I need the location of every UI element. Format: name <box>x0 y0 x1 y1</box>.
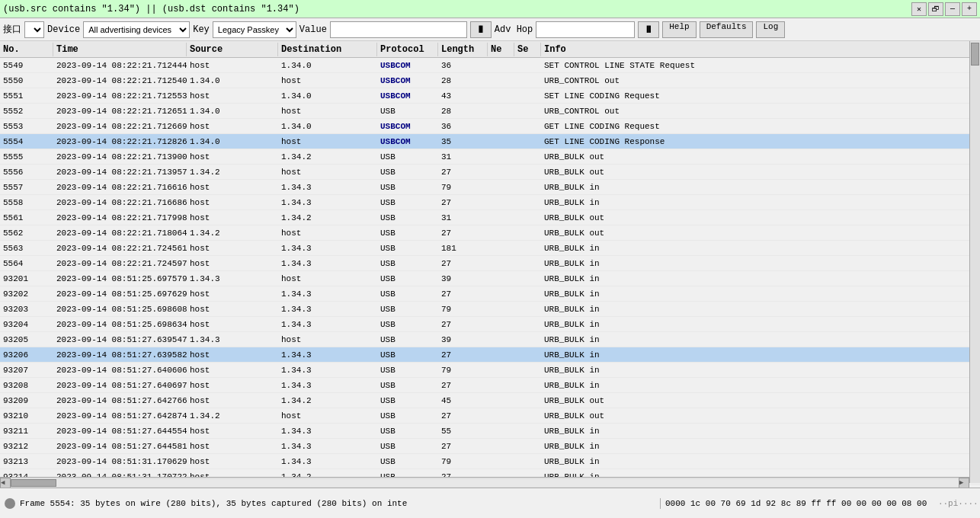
cell-ne <box>488 324 514 325</box>
packet-row[interactable]: 93209 2023-09-14 08:51:27.642766 host 1.… <box>0 393 980 408</box>
defaults-button[interactable]: Defaults <box>700 21 754 38</box>
cell-info: URB_BULK in <box>541 426 980 436</box>
packet-row[interactable]: 5563 2023-09-14 08:22:21.724561 host 1.3… <box>0 241 980 256</box>
packet-row[interactable]: 5553 2023-09-14 08:22:21.712669 host 1.3… <box>0 119 980 134</box>
cell-len: 31 <box>438 213 488 223</box>
packet-row[interactable]: 93207 2023-09-14 08:51:27.640606 host 1.… <box>0 363 980 378</box>
cell-dst: 1.34.3 <box>278 426 377 436</box>
cell-time: 2023-09-14 08:22:21.713900 <box>53 152 187 162</box>
packet-row[interactable]: 5561 2023-09-14 08:22:21.717998 host 1.3… <box>0 210 980 225</box>
packet-row[interactable]: 5552 2023-09-14 08:22:21.712651 1.34.0 h… <box>0 104 980 119</box>
packet-row[interactable]: 93206 2023-09-14 08:51:27.639582 host 1.… <box>0 347 980 363</box>
cell-src: host <box>187 152 278 162</box>
filter-close-btn[interactable]: ✕ <box>911 2 927 16</box>
adv-hop-toggle[interactable]: ▐▌ <box>638 21 659 38</box>
adv-hop-input[interactable] <box>536 21 635 38</box>
cell-len: 27 <box>438 167 488 177</box>
hscroll-right[interactable]: ▶ <box>959 478 969 488</box>
packet-row[interactable]: 5562 2023-09-14 08:22:21.718064 1.34.2 h… <box>0 225 980 241</box>
cell-ne <box>488 126 514 127</box>
packet-row[interactable]: 93205 2023-09-14 08:51:27.639547 1.34.3 … <box>0 332 980 347</box>
cell-time: 2023-09-14 08:51:27.644554 <box>53 426 187 436</box>
cell-len: 27 <box>438 197 488 208</box>
horizontal-scrollbar[interactable]: ◀ ▶ <box>0 477 969 488</box>
packet-row[interactable]: 93212 2023-09-14 08:51:27.644581 host 1.… <box>0 439 980 454</box>
cell-info: URB_BULK in <box>541 319 980 330</box>
packet-row[interactable]: 5555 2023-09-14 08:22:21.713900 host 1.3… <box>0 149 980 165</box>
cell-src: host <box>187 182 278 193</box>
cell-ne <box>488 430 514 432</box>
device-select[interactable]: All advertising devices <box>83 21 190 38</box>
filter-min-btn[interactable]: — <box>945 2 960 16</box>
cell-se <box>514 187 541 188</box>
value-label: Value <box>299 24 327 35</box>
cell-dst: 1.34.0 <box>278 91 377 101</box>
vertical-scrollbar[interactable] <box>969 41 980 483</box>
value-toggle[interactable]: ▐▌ <box>470 21 492 38</box>
packet-row[interactable]: 93202 2023-09-14 08:51:25.697629 host 1.… <box>0 286 980 302</box>
interface-select[interactable] <box>24 21 44 38</box>
cell-ne <box>488 263 514 264</box>
packet-row[interactable]: 5550 2023-09-14 08:22:21.712540 1.34.0 h… <box>0 73 980 88</box>
cell-no: 93205 <box>0 334 53 345</box>
packet-row[interactable]: 93203 2023-09-14 08:51:25.698608 host 1.… <box>0 302 980 317</box>
help-button[interactable]: Help <box>662 21 696 38</box>
cell-time: 2023-09-14 08:22:21.713957 <box>53 167 187 177</box>
filter-restore-btn[interactable]: 🗗 <box>928 2 943 16</box>
packet-row[interactable]: 5564 2023-09-14 08:22:21.724597 host 1.3… <box>0 256 980 271</box>
cell-len: 27 <box>438 441 488 452</box>
cell-time: 2023-09-14 08:51:25.698634 <box>53 319 187 330</box>
cell-time: 2023-09-14 08:22:21.712540 <box>53 75 187 86</box>
cell-time: 2023-09-14 08:51:27.640697 <box>53 380 187 391</box>
cell-se <box>514 339 541 341</box>
cell-ne <box>488 217 514 219</box>
log-button[interactable]: Log <box>756 21 785 38</box>
cell-info: URB_BULK out <box>541 411 980 421</box>
cell-se <box>514 141 541 142</box>
packet-row[interactable]: 93201 2023-09-14 08:51:25.697579 1.34.3 … <box>0 271 980 286</box>
col-protocol: Protocol <box>377 43 438 56</box>
packet-row[interactable]: 5556 2023-09-14 08:22:21.713957 1.34.2 h… <box>0 165 980 180</box>
cell-dst: host <box>278 273 377 284</box>
cell-dst: host <box>278 334 377 345</box>
hex-area: 0000 1c 00 70 69 1d 92 8c 89 ff ff 00 00… <box>660 498 980 509</box>
cell-time: 2023-09-14 08:51:31.170629 <box>53 456 187 467</box>
value-input[interactable] <box>330 21 467 38</box>
packet-row[interactable]: 93204 2023-09-14 08:51:25.698634 host 1.… <box>0 317 980 332</box>
cell-info: URB_CONTROL out <box>541 75 980 86</box>
hscroll-track[interactable] <box>11 479 959 487</box>
packet-row[interactable]: 5551 2023-09-14 08:22:21.712553 host 1.3… <box>0 88 980 104</box>
packet-row[interactable]: 5549 2023-09-14 08:22:21.712444 host 1.3… <box>0 58 980 73</box>
cell-src: host <box>187 121 278 132</box>
cell-se <box>514 430 541 432</box>
filter-plus-btn[interactable]: + <box>962 2 977 16</box>
cell-time: 2023-09-14 08:22:21.716686 <box>53 197 187 208</box>
vscroll-thumb[interactable] <box>971 43 979 66</box>
cell-proto: USB <box>377 441 438 452</box>
cell-src: host <box>187 426 278 436</box>
cell-proto: USBCOM <box>377 60 438 71</box>
cell-info: URB_BULK in <box>541 182 980 193</box>
packet-row[interactable]: 5558 2023-09-14 08:22:21.716686 host 1.3… <box>0 195 980 210</box>
cell-src: 1.34.0 <box>187 106 278 117</box>
cell-src: 1.34.2 <box>187 228 278 238</box>
hscroll-left[interactable]: ◀ <box>0 478 11 488</box>
packet-row[interactable]: 93211 2023-09-14 08:51:27.644554 host 1.… <box>0 424 980 439</box>
packet-row[interactable]: 5554 2023-09-14 08:22:21.712826 1.34.0 h… <box>0 134 980 149</box>
packet-body[interactable]: 5549 2023-09-14 08:22:21.712444 host 1.3… <box>0 58 980 497</box>
packet-row[interactable]: 5557 2023-09-14 08:22:21.716616 host 1.3… <box>0 180 980 195</box>
cell-se <box>514 415 541 417</box>
cell-len: 55 <box>438 426 488 436</box>
cell-se <box>514 446 541 447</box>
packet-row[interactable]: 93210 2023-09-14 08:51:27.642874 1.34.2 … <box>0 408 980 424</box>
packet-row[interactable]: 93213 2023-09-14 08:51:31.170629 host 1.… <box>0 454 980 469</box>
cell-dst: 1.34.3 <box>278 182 377 193</box>
cell-time: 2023-09-14 08:22:21.716616 <box>53 182 187 193</box>
cell-time: 2023-09-14 08:51:27.639582 <box>53 350 187 360</box>
cell-info: URB_BULK out <box>541 228 980 238</box>
cell-len: 27 <box>438 350 488 360</box>
hscroll-thumb[interactable] <box>11 479 56 487</box>
key-select[interactable]: Legacy Passkey <box>213 21 296 38</box>
col-se: Se <box>514 43 541 56</box>
packet-row[interactable]: 93208 2023-09-14 08:51:27.640697 host 1.… <box>0 378 980 393</box>
